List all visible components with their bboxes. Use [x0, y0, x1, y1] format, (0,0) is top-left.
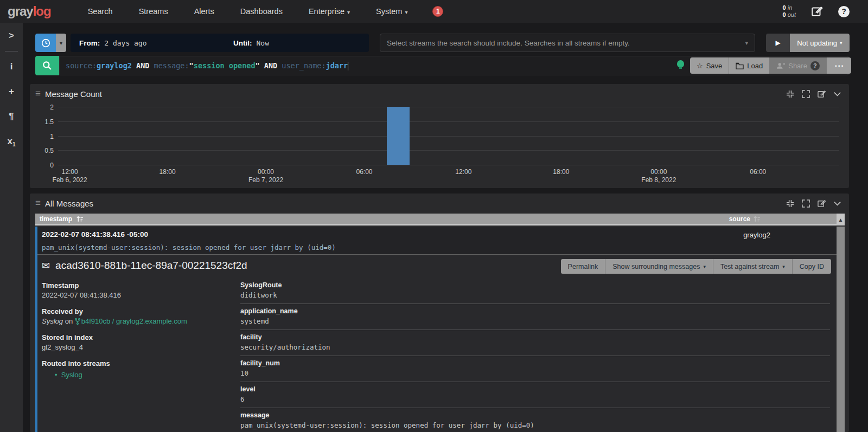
- more-actions-button[interactable]: ⋯: [827, 57, 851, 74]
- star-icon: ☆: [697, 62, 703, 70]
- test-against-stream-button[interactable]: Test against stream▾: [713, 259, 793, 274]
- nav-item-search[interactable]: Search: [75, 7, 126, 16]
- message-count-widget: ≡ Message Count 00.511.52 12:00Feb 6, 20…: [30, 84, 849, 188]
- graylog-logo[interactable]: graylog: [8, 4, 51, 19]
- folder-icon: [736, 62, 744, 69]
- sort-icon[interactable]: [76, 216, 84, 222]
- y-tick-label: 0.5: [44, 147, 54, 154]
- meta-stored-index: Stored in index gl2_syslog_4: [42, 333, 232, 351]
- caret-down-icon: ▾: [745, 40, 748, 47]
- message-source: graylog2: [743, 231, 770, 239]
- stream-link[interactable]: Syslog: [61, 371, 82, 379]
- gridline: [58, 150, 839, 151]
- nav-item-system[interactable]: System▾: [363, 7, 420, 16]
- field-row[interactable]: level 6: [240, 382, 830, 408]
- input-name: Syslog: [42, 317, 63, 325]
- gridline: [58, 136, 839, 137]
- all-messages-widget: ≡ All Messages timestamp source ▲ 2022-0…: [30, 194, 849, 432]
- field-row[interactable]: facility security/authorization: [240, 330, 830, 356]
- x-tick-label: 18:00: [553, 168, 569, 176]
- timerange-clock-button[interactable]: [35, 34, 56, 52]
- refresh-controls: ▶ Not updating ▾: [766, 34, 850, 52]
- edit-widget-icon[interactable]: [818, 90, 826, 98]
- edit-widget-icon[interactable]: [818, 199, 826, 208]
- scroll-up-button[interactable]: ▲: [837, 214, 845, 225]
- expand-widget-icon[interactable]: [802, 90, 810, 98]
- gridline: [58, 165, 839, 165]
- sidebar-fields-icon[interactable]: x1: [7, 136, 15, 147]
- field-row[interactable]: facility_num 10: [240, 356, 830, 382]
- chart-plot-area[interactable]: [58, 107, 839, 165]
- timerange-from: From: 2 days ago: [79, 39, 147, 47]
- expand-widget-icon[interactable]: [802, 199, 810, 208]
- chevron-down-icon[interactable]: [833, 90, 841, 98]
- widget-actions: [786, 90, 841, 98]
- messages-table: timestamp source ▲ 2022-02-07 08:41:38.4…: [35, 214, 845, 432]
- sidebar-expand-icon[interactable]: >: [9, 30, 14, 41]
- sidebar-formatting-icon[interactable]: ¶: [9, 111, 14, 122]
- chevron-down-icon[interactable]: [833, 199, 841, 208]
- help-icon[interactable]: ?: [838, 6, 850, 17]
- stream-select[interactable]: Select streams the search should include…: [380, 34, 755, 52]
- message-metadata: Timestamp 2022-02-07 08:41:38.416 Receiv…: [42, 281, 232, 387]
- gridline: [58, 121, 839, 122]
- nav-item-enterprise[interactable]: Enterprise▾: [296, 7, 363, 16]
- node-link[interactable]: b4f910cb / graylog2.example.com: [75, 317, 187, 325]
- timerange-display[interactable]: From: 2 days ago Until: Now: [71, 34, 369, 52]
- drag-handle-icon[interactable]: ≡: [35, 88, 41, 99]
- nav-right: 0 in 0 out ?: [783, 4, 850, 18]
- copy-id-button[interactable]: Copy ID: [793, 259, 831, 274]
- x-tick-label: 00:00Feb 7, 2022: [248, 168, 283, 184]
- permalink-button[interactable]: Permalink: [561, 259, 606, 274]
- widget-actions: [786, 199, 841, 208]
- share-help-icon[interactable]: ?: [810, 61, 820, 70]
- timerange-until: Until: Now: [233, 39, 269, 47]
- edit-icon[interactable]: [811, 5, 823, 17]
- code-fork-icon: [75, 318, 80, 325]
- message-timestamp: 2022-02-07 08:41:38.416 -05:00: [42, 230, 148, 238]
- field-row[interactable]: SyslogRoute diditwork: [240, 278, 830, 304]
- column-header-timestamp[interactable]: timestamp: [40, 215, 84, 223]
- table-header-row: timestamp source: [35, 214, 837, 225]
- column-header-source[interactable]: source: [729, 215, 761, 223]
- load-button[interactable]: Load: [729, 57, 770, 74]
- caret-down-icon: ▾: [405, 9, 407, 15]
- gridline: [58, 107, 839, 107]
- chart-y-axis: 00.511.52: [30, 107, 54, 165]
- table-scrollbar[interactable]: [837, 227, 845, 432]
- timerange-caret-button[interactable]: ▾: [56, 34, 66, 52]
- y-tick-label: 2: [50, 104, 54, 111]
- surrounding-messages-button[interactable]: Show surrounding messages▾: [605, 259, 713, 274]
- search-button[interactable]: [35, 56, 59, 75]
- sort-icon[interactable]: [754, 216, 761, 222]
- field-row[interactable]: application_name systemd: [240, 304, 830, 330]
- focus-widget-icon[interactable]: [786, 90, 794, 98]
- save-button[interactable]: ☆ Save: [690, 57, 729, 74]
- search-icon: [42, 61, 52, 70]
- meta-received-by: Received by Syslog on b4f910cb / graylog…: [42, 307, 232, 325]
- lightbulb-icon[interactable]: [677, 60, 684, 67]
- nav-item-streams[interactable]: Streams: [126, 7, 181, 16]
- y-tick-label: 1.5: [44, 118, 54, 126]
- field-row[interactable]: message pam_unix(systemd-user:session): …: [240, 408, 830, 432]
- notification-badge[interactable]: 1: [432, 6, 443, 17]
- timerange-from-value: 2 days ago: [104, 39, 146, 47]
- nav-item-alerts[interactable]: Alerts: [181, 7, 227, 16]
- focus-widget-icon[interactable]: [786, 199, 794, 208]
- y-tick-label: 1: [50, 133, 54, 140]
- message-id[interactable]: acad3610-881b-11ec-89a7-00221523cf2d: [55, 260, 247, 272]
- refresh-interval-dropdown[interactable]: Not updating ▾: [790, 34, 850, 52]
- chart-bar[interactable]: [387, 107, 410, 165]
- nav-item-dashboards[interactable]: Dashboards: [227, 7, 296, 16]
- share-button[interactable]: Share ?: [770, 57, 827, 74]
- left-sidebar: > i + ¶ x1: [0, 23, 23, 432]
- clock-icon: [41, 38, 50, 48]
- message-fields: SyslogRoute diditwork application_name s…: [240, 278, 830, 432]
- message-row[interactable]: 2022-02-07 08:41:38.416 -05:00 graylog2 …: [37, 227, 837, 255]
- nav-items: Search Streams Alerts Dashboards Enterpr…: [75, 7, 421, 16]
- sidebar-info-icon[interactable]: i: [10, 61, 13, 72]
- drag-handle-icon[interactable]: ≡: [35, 198, 41, 209]
- sidebar-create-icon[interactable]: +: [9, 86, 14, 97]
- x-tick-label: 12:00: [455, 168, 471, 176]
- refresh-play-button[interactable]: ▶: [766, 34, 790, 52]
